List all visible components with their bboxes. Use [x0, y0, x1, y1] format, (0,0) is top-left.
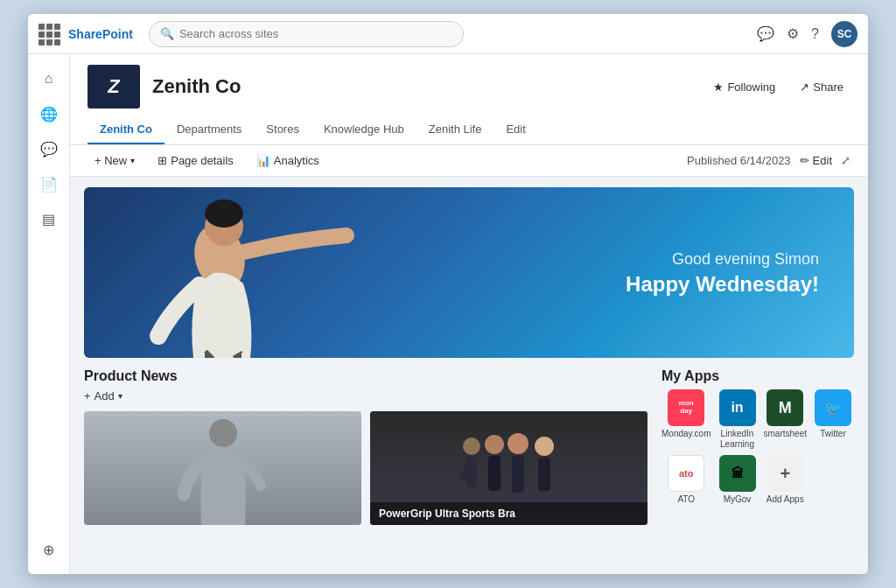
analytics-icon: 📊: [256, 154, 270, 167]
svg-point-9: [508, 433, 528, 454]
site-logo: Z: [88, 65, 140, 108]
app-twitter-label: Twitter: [820, 429, 845, 439]
hero-banner: Good evening Simon Happy Wednesday!: [84, 187, 854, 358]
app-ato-label: ATO: [677, 494, 695, 505]
top-bar-right: 💬 ⚙ ? SC: [757, 21, 858, 47]
globe-icon: 🌐: [40, 106, 58, 122]
svg-point-11: [535, 437, 554, 456]
svg-point-7: [485, 435, 504, 454]
sidebar-item-home[interactable]: ⌂: [33, 63, 65, 94]
news-card-1[interactable]: [84, 411, 361, 525]
app-linkedin-label: LinkedIn Learning: [717, 429, 759, 450]
my-apps-section: My Apps monday Monday.com in: [662, 368, 854, 560]
my-apps-title: My Apps: [662, 368, 854, 384]
product-news-section: Product News + Add ▾: [84, 368, 648, 560]
nav-tab-zenithlife[interactable]: Zenith Life: [416, 116, 494, 144]
page-details-button[interactable]: ⊞ Page details: [150, 150, 241, 171]
top-bar: SharePoint 🔍 💬 ⚙ ? SC: [28, 14, 868, 54]
svg-point-3: [209, 419, 237, 447]
svg-rect-12: [538, 458, 550, 491]
news-grid: PowerGrip Ultra Sports Bra: [84, 411, 648, 525]
analytics-button[interactable]: 📊 Analytics: [249, 150, 326, 171]
sidebar-item-add[interactable]: ⊕: [33, 534, 65, 565]
sidebar: ⌂ 🌐 💬 📄 ▤ ⊕: [28, 54, 70, 574]
sidebar-item-globe[interactable]: 🌐: [33, 98, 65, 130]
app-monday-label: Monday.com: [662, 429, 711, 439]
svg-rect-8: [488, 456, 500, 491]
site-actions: ★ Following ↗ Share: [706, 77, 850, 97]
main-layout: ⌂ 🌐 💬 📄 ▤ ⊕: [28, 54, 868, 574]
edit-page-button[interactable]: ✏ Edit: [800, 154, 832, 167]
search-bar[interactable]: 🔍: [149, 21, 464, 47]
nav-tab-edit[interactable]: Edit: [494, 116, 537, 144]
nav-tab-zenithco[interactable]: Zenith Co: [88, 116, 164, 144]
following-button[interactable]: ★ Following: [706, 77, 782, 97]
help-icon[interactable]: ?: [811, 26, 819, 42]
app-monday[interactable]: monday Monday.com: [662, 389, 711, 450]
app-ato[interactable]: ato ATO: [662, 455, 711, 505]
expand-icon[interactable]: ⤢: [841, 154, 850, 167]
nav-tab-knowledge[interactable]: Knowledge Hub: [312, 116, 416, 144]
feedback-icon[interactable]: 💬: [757, 25, 774, 42]
nav-tab-departments[interactable]: Departments: [164, 116, 254, 144]
hero-figure: [84, 187, 382, 358]
app-linkedin[interactable]: in LinkedIn Learning: [717, 389, 759, 450]
svg-point-4: [463, 438, 480, 455]
sidebar-item-document[interactable]: 📄: [33, 168, 65, 200]
chat-icon: 💬: [40, 141, 58, 158]
app-mygov[interactable]: 🏛 MyGov: [717, 455, 759, 505]
sidebar-item-layers[interactable]: ▤: [33, 203, 65, 234]
home-icon: ⌂: [45, 71, 53, 87]
app-twitter[interactable]: 🐦 Twitter: [812, 389, 854, 450]
site-nav: Zenith Co Departments Stores Knowledge H…: [88, 116, 850, 144]
site-name: Zenith Co: [152, 75, 241, 98]
hero-day: Happy Wednesday!: [626, 271, 819, 296]
news-card-2[interactable]: PowerGrip Ultra Sports Bra: [370, 411, 648, 525]
add-news-button[interactable]: + Add ▾: [84, 389, 122, 402]
lower-content: Product News + Add ▾: [70, 368, 868, 574]
analytics-label: Analytics: [274, 154, 319, 167]
toolbar: + New ▾ ⊞ Page details 📊 Analytics Publi…: [70, 145, 868, 177]
share-icon: ↗: [800, 80, 809, 94]
page-details-label: Page details: [171, 154, 234, 167]
chevron-down-icon: ▾: [130, 156, 135, 165]
document-icon: 📄: [40, 176, 58, 192]
add-chevron-icon: ▾: [118, 391, 122, 401]
sidebar-item-chat[interactable]: 💬: [33, 133, 65, 164]
news-card-2-label: PowerGrip Ultra Sports Bra: [370, 502, 648, 525]
add-circle-icon: ⊕: [43, 542, 54, 558]
hero-greeting: Good evening Simon: [626, 249, 819, 268]
app-mygov-label: MyGov: [724, 494, 752, 505]
user-avatar[interactable]: SC: [831, 21, 858, 47]
app-add-apps[interactable]: + Add Apps: [764, 455, 807, 505]
new-label: + New: [94, 154, 127, 167]
hero-text: Good evening Simon Happy Wednesday!: [626, 249, 819, 296]
app-smartsheet-label: smartsheet: [764, 429, 807, 439]
following-label: Following: [727, 80, 775, 94]
new-button[interactable]: + New ▾: [88, 150, 142, 171]
add-label: Add: [94, 389, 115, 402]
share-button[interactable]: ↗ Share: [793, 77, 850, 97]
waffle-menu[interactable]: [38, 24, 60, 45]
published-date: Published 6/14/2023: [687, 154, 791, 167]
toolbar-right: Published 6/14/2023 ✏ Edit ⤢: [687, 154, 850, 167]
app-add-label: Add Apps: [766, 494, 804, 505]
nav-tab-stores[interactable]: Stores: [254, 116, 312, 144]
app-name: SharePoint: [68, 27, 133, 41]
page-details-icon: ⊞: [158, 154, 167, 167]
svg-rect-10: [512, 456, 524, 493]
app-smartsheet[interactable]: M smartsheet: [764, 389, 807, 450]
content-area: Z Zenith Co ★ Following ↗ Share: [70, 54, 868, 574]
product-news-title: Product News: [84, 368, 648, 384]
search-icon: 🔍: [160, 27, 174, 40]
site-brand: Z Zenith Co: [88, 65, 241, 108]
settings-icon[interactable]: ⚙: [787, 25, 799, 42]
logo-letter: Z: [108, 75, 119, 98]
edit-icon: ✏: [800, 154, 809, 167]
share-label: Share: [813, 80, 844, 94]
site-title-row: Z Zenith Co ★ Following ↗ Share: [88, 65, 850, 108]
search-input[interactable]: [179, 27, 452, 40]
star-icon: ★: [713, 80, 724, 94]
news-card-figure-1: [166, 411, 280, 525]
site-header: Z Zenith Co ★ Following ↗ Share: [70, 54, 868, 145]
